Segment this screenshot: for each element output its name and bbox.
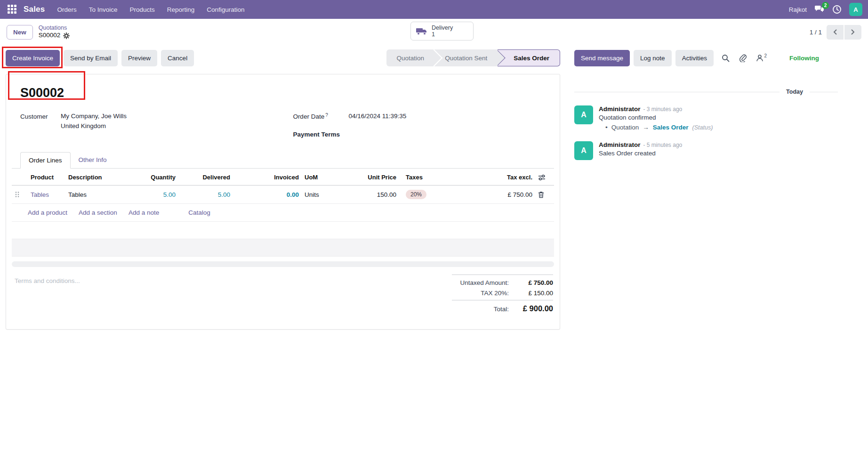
breadcrumb: Quotations S00002 bbox=[39, 24, 70, 40]
search-messages-icon[interactable] bbox=[722, 54, 730, 62]
user-avatar[interactable]: A bbox=[849, 3, 862, 16]
terms-and-conditions-input[interactable]: Terms and conditions... bbox=[15, 277, 80, 316]
cell-invoiced[interactable]: 0.00 bbox=[233, 186, 302, 204]
order-lines-table: Product Description Quantity Delivered I… bbox=[12, 169, 554, 204]
chatter-message: A Administrator - 3 minutes ago Quotatio… bbox=[574, 105, 838, 131]
tax-badge[interactable]: 20% bbox=[406, 190, 426, 199]
empty-table-row bbox=[12, 222, 554, 239]
col-taxes[interactable]: Taxes bbox=[399, 169, 478, 186]
add-a-section-link[interactable]: Add a section bbox=[79, 209, 117, 216]
company-selector[interactable]: Rajkot bbox=[789, 6, 807, 13]
nav-item-configuration[interactable]: Configuration bbox=[207, 6, 244, 13]
customer-country[interactable]: United Kingdom bbox=[61, 122, 127, 129]
attachments-icon[interactable] bbox=[739, 54, 747, 62]
pager-previous-button[interactable] bbox=[827, 25, 844, 40]
add-a-note-link[interactable]: Add a note bbox=[129, 209, 159, 216]
order-date-value[interactable]: 04/16/2024 11:39:35 bbox=[348, 113, 406, 120]
table-row[interactable]: Tables Tables 5.00 5.00 0.00 Units 150.0… bbox=[12, 186, 554, 204]
day-divider: Today bbox=[574, 89, 838, 95]
total-label: Total: bbox=[494, 306, 509, 313]
pager-counter: 1 / 1 bbox=[810, 29, 822, 36]
form-sheet: S00002 Customer My Company, Joe Wills Un… bbox=[6, 74, 560, 330]
log-note-button[interactable]: Log note bbox=[634, 50, 672, 66]
cancel-button[interactable]: Cancel bbox=[161, 50, 194, 66]
followers-icon[interactable]: 2 bbox=[756, 54, 767, 62]
customer-label: Customer bbox=[20, 113, 61, 129]
top-navbar: Sales Orders To Invoice Products Reporti… bbox=[0, 0, 868, 19]
col-invoiced[interactable]: Invoiced bbox=[233, 169, 302, 186]
columns-settings-icon bbox=[538, 174, 546, 181]
status-step-sales-order[interactable]: Sales Order bbox=[498, 49, 560, 66]
tracking-to[interactable]: Sales Order bbox=[653, 124, 689, 131]
message-author[interactable]: Administrator bbox=[599, 141, 641, 148]
app-menu-sales[interactable]: Sales bbox=[24, 5, 45, 14]
activities-clock-icon[interactable] bbox=[832, 5, 842, 14]
cell-delivered[interactable]: 5.00 bbox=[178, 186, 233, 204]
cell-subtotal[interactable]: £ 750.00 bbox=[478, 186, 535, 204]
smart-button-count: 1 bbox=[432, 31, 453, 38]
following-toggle[interactable]: Following bbox=[789, 55, 819, 62]
col-quantity[interactable]: Quantity bbox=[140, 169, 178, 186]
message-body: Quotation confirmed bbox=[599, 114, 713, 121]
tracking-field: (Status) bbox=[692, 124, 713, 131]
status-step-quotation[interactable]: Quotation bbox=[386, 49, 435, 66]
catalog-link[interactable]: Catalog bbox=[188, 209, 210, 216]
cell-uom[interactable]: Units bbox=[302, 186, 356, 204]
chatter-toolbar: Send message Log note Activities 2 Follo… bbox=[560, 50, 868, 66]
message-avatar[interactable]: A bbox=[574, 105, 593, 124]
cell-product[interactable]: Tables bbox=[31, 191, 49, 198]
messages-icon[interactable]: 2 bbox=[814, 5, 825, 14]
send-message-button[interactable]: Send message bbox=[574, 50, 630, 66]
breadcrumb-current-record: S00002 bbox=[39, 32, 61, 40]
order-date-label: Order Date? bbox=[293, 113, 348, 120]
trash-icon bbox=[538, 191, 544, 198]
send-by-email-button[interactable]: Send by Email bbox=[64, 50, 118, 66]
breadcrumb-quotations[interactable]: Quotations bbox=[39, 24, 70, 32]
new-button[interactable]: New bbox=[7, 25, 33, 40]
col-tax-excl[interactable]: Tax excl. bbox=[478, 169, 535, 186]
untaxed-amount-label: Untaxed Amount: bbox=[460, 279, 509, 286]
col-unit-price[interactable]: Unit Price bbox=[356, 169, 399, 186]
col-description[interactable]: Description bbox=[65, 169, 140, 186]
gear-icon[interactable] bbox=[63, 32, 70, 39]
delivery-smart-button[interactable]: Delivery 1 bbox=[410, 22, 474, 40]
add-a-product-link[interactable]: Add a product bbox=[28, 209, 67, 216]
message-avatar[interactable]: A bbox=[574, 141, 593, 160]
cell-unit-price[interactable]: 150.00 bbox=[356, 186, 399, 204]
tracking-line: • Quotation → Sales Order (Status) bbox=[605, 124, 713, 131]
drag-handle[interactable] bbox=[12, 186, 28, 204]
day-divider-label: Today bbox=[786, 89, 803, 95]
pager-next-button[interactable] bbox=[844, 25, 861, 40]
tax-value: £ 150.00 bbox=[516, 290, 553, 297]
activities-button[interactable]: Activities bbox=[675, 50, 714, 66]
delete-row-button[interactable] bbox=[535, 186, 554, 204]
chatter-message: A Administrator - 5 minutes ago Sales Or… bbox=[574, 141, 838, 160]
nav-item-products[interactable]: Products bbox=[130, 6, 155, 13]
nav-item-orders[interactable]: Orders bbox=[57, 6, 76, 13]
tracking-arrow-icon: → bbox=[643, 124, 649, 131]
tracking-bullet: • bbox=[605, 124, 608, 131]
nav-item-to-invoice[interactable]: To Invoice bbox=[89, 6, 118, 13]
optional-columns-button[interactable] bbox=[535, 169, 554, 186]
customer-link[interactable]: My Company, Joe Wills bbox=[61, 113, 127, 120]
message-time: - 3 minutes ago bbox=[643, 106, 683, 113]
col-uom[interactable]: UoM bbox=[302, 169, 356, 186]
status-step-quotation-sent[interactable]: Quotation Sent bbox=[434, 49, 498, 66]
cell-quantity[interactable]: 5.00 bbox=[140, 186, 178, 204]
tab-other-info[interactable]: Other Info bbox=[71, 152, 115, 168]
apps-grid-icon[interactable] bbox=[8, 5, 17, 14]
col-delivered[interactable]: Delivered bbox=[178, 169, 233, 186]
tab-order-lines[interactable]: Order Lines bbox=[20, 152, 71, 169]
order-title[interactable]: S00002 bbox=[20, 86, 554, 100]
control-panel: New Quotations S00002 bbox=[0, 19, 868, 45]
message-author[interactable]: Administrator bbox=[599, 105, 641, 113]
untaxed-amount-value: £ 750.00 bbox=[516, 279, 553, 286]
cell-description[interactable]: Tables bbox=[65, 186, 140, 204]
create-invoice-button[interactable]: Create Invoice bbox=[6, 50, 60, 66]
tax-label: TAX 20%: bbox=[481, 290, 509, 297]
preview-button[interactable]: Preview bbox=[121, 50, 157, 66]
col-product[interactable]: Product bbox=[28, 169, 65, 186]
nav-item-reporting[interactable]: Reporting bbox=[167, 6, 195, 13]
payment-terms-label: Payment Terms bbox=[293, 130, 348, 138]
tracking-from: Quotation bbox=[611, 124, 639, 131]
